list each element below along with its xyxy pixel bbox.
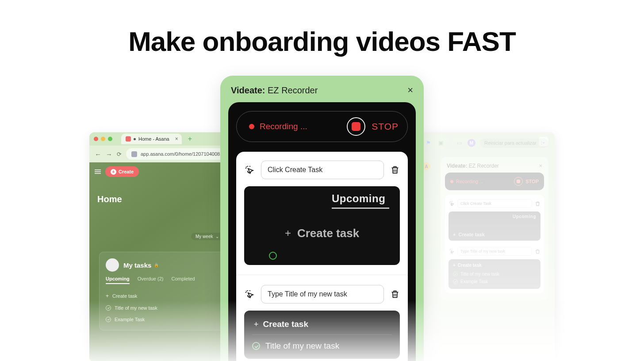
window-close-icon[interactable] — [94, 137, 98, 141]
chevron-down-icon: ⌄ — [215, 234, 219, 239]
stop-label: STOP — [372, 121, 399, 132]
brand-text: Videate: — [447, 163, 467, 169]
tab-overdue[interactable]: Overdue (2) — [138, 276, 164, 284]
avatar[interactable] — [106, 258, 119, 272]
check-icon — [453, 272, 458, 277]
step-input[interactable] — [457, 199, 532, 208]
step-row — [448, 247, 540, 256]
recording-indicator: Recording ... — [450, 179, 483, 184]
step-input[interactable] — [261, 161, 384, 179]
restart-button[interactable]: Reiniciar para actualizar ⋮ — [480, 138, 548, 148]
stage: Home - Asana × + ← → ⟳ app.asana.com/0/h… — [0, 70, 644, 361]
cursor-click-icon — [448, 200, 455, 207]
check-icon — [252, 342, 260, 350]
recording-capsule: Recording ... STOP — [445, 173, 544, 190]
week-label: My week — [196, 234, 213, 239]
card-tabs: Upcoming Overdue (2) Completed — [106, 276, 230, 284]
step-screenshot: + Create task Title of my new task — [244, 311, 400, 359]
browser-tab[interactable]: Home - Asana × — [121, 134, 182, 144]
main-recorder-panel: Videate: EZ Recorder × Recording ... STO… — [220, 76, 424, 361]
stop-icon — [514, 177, 523, 186]
screenshot-create-header: + Create task — [252, 318, 392, 334]
task-label: Title of my new task — [115, 305, 157, 311]
plus-icon: + — [254, 320, 259, 329]
trash-icon[interactable] — [535, 201, 540, 207]
step-screenshot: +Create task Title of my new task Exampl… — [448, 259, 540, 289]
extension-icon[interactable]: ▭ — [455, 139, 463, 147]
recording-label: Recording ... — [260, 122, 307, 131]
tab-completed[interactable]: Completed — [171, 276, 195, 284]
task-row[interactable]: Title of my new task — [106, 305, 230, 311]
close-icon[interactable]: × — [407, 84, 413, 96]
restart-label: Reiniciar para actualizar — [484, 140, 537, 146]
task-checkbox-icon[interactable] — [106, 305, 111, 311]
trash-icon[interactable] — [390, 289, 400, 299]
recording-label: Recording ... — [456, 179, 483, 184]
hamburger-icon[interactable] — [95, 169, 101, 175]
recorder-body: Recording ... STOP — [228, 102, 416, 361]
record-dot-icon — [450, 180, 453, 183]
window-minimize-icon[interactable] — [101, 137, 105, 141]
profile-badge[interactable]: M — [468, 139, 475, 147]
stop-button[interactable]: STOP — [514, 177, 539, 186]
trash-icon[interactable] — [390, 165, 400, 175]
steps-card: Upcoming + Create task — [236, 152, 408, 361]
task-label: Example Task — [115, 317, 145, 322]
plus-icon: + — [111, 169, 116, 175]
step-row — [244, 285, 400, 303]
close-icon[interactable]: × — [539, 162, 542, 169]
window-maximize-icon[interactable] — [108, 137, 112, 141]
cursor-click-icon — [244, 165, 255, 175]
my-tasks-card: My tasks 🔒 Upcoming Overdue (2) Complete… — [99, 252, 236, 330]
nav-forward-icon[interactable]: → — [106, 150, 112, 158]
extension-icon[interactable]: ⚑ — [425, 139, 433, 147]
stop-icon — [347, 117, 365, 136]
step-row — [244, 161, 400, 179]
screenshot-create-label: Create task — [458, 263, 482, 268]
step-screenshot: Upcoming + Create task — [244, 186, 400, 265]
step-screenshot: Upcoming +Create task — [448, 211, 540, 241]
task-row[interactable]: Example Task — [106, 317, 230, 322]
cursor-click-icon — [448, 248, 455, 254]
screenshot-create-task: + Create task — [285, 227, 359, 240]
lock-icon: 🔒 — [154, 263, 159, 267]
card-title-text: My tasks — [123, 261, 151, 269]
site-info-icon[interactable] — [131, 151, 137, 157]
recording-capsule: Recording ... STOP — [236, 111, 408, 142]
plus-icon: + — [106, 293, 109, 299]
recording-indicator: Recording ... — [249, 122, 307, 131]
stop-button[interactable]: STOP — [347, 117, 399, 136]
product-text: EZ Recorder — [469, 163, 499, 169]
reload-icon[interactable]: ⟳ — [117, 151, 122, 157]
url-text: app.asana.com/0/home/12071040085 — [141, 151, 222, 157]
check-icon — [269, 252, 277, 260]
screenshot-task-label: Example Task — [460, 279, 488, 284]
task-checkbox-icon[interactable] — [106, 317, 111, 322]
recorder-title: Videate: EZ Recorder × — [228, 84, 416, 102]
nav-back-icon[interactable]: ← — [95, 150, 101, 158]
create-task-row[interactable]: + Create task — [106, 293, 230, 299]
step-row — [448, 199, 540, 208]
new-tab-icon[interactable]: + — [188, 135, 192, 143]
create-button[interactable]: + Create — [105, 166, 139, 177]
tab-close-icon[interactable]: × — [175, 136, 178, 142]
small-recorder-panel: Videate: EZ Recorder × Recording ... STO… — [441, 157, 548, 300]
step-input[interactable] — [261, 285, 384, 303]
menu-dots-icon: ⋮ — [539, 140, 544, 146]
screenshot-task-label: Title of my new task — [460, 272, 499, 277]
screenshot-task-label: Title of my new task — [265, 341, 339, 351]
screenshot-create-label: Create task — [458, 232, 484, 237]
week-selector[interactable]: My week ⌄ — [191, 233, 223, 240]
tab-title: Home - Asana — [138, 136, 169, 142]
create-label: Create — [119, 169, 134, 174]
create-task-label: Create task — [112, 293, 137, 299]
headline: Make onboarding videos FAST — [0, 0, 644, 57]
plus-icon: + — [285, 227, 291, 239]
trash-icon[interactable] — [535, 249, 540, 254]
check-icon — [453, 279, 458, 284]
step-input[interactable] — [457, 247, 532, 256]
tab-upcoming[interactable]: Upcoming — [106, 276, 130, 284]
divider — [236, 275, 408, 275]
record-dot-icon — [249, 124, 254, 129]
extension-icon[interactable]: ▣ — [437, 139, 445, 147]
